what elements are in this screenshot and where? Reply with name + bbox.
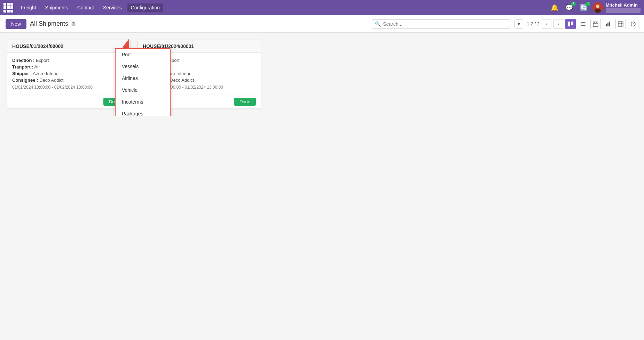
topbar: Freight Shipments Contact Services Confi… — [0, 0, 644, 15]
transport-value-1: Air — [34, 64, 40, 70]
nav-services[interactable]: Services — [100, 3, 125, 12]
svg-rect-8 — [593, 22, 598, 26]
consignee-row-1: Consignee : Deco Addict — [12, 78, 125, 83]
chat-icon[interactable]: 💬 6 — [563, 3, 575, 12]
main-content: HOUSE/01/2024/00002 Direction : Export T… — [0, 33, 644, 116]
card-header-1: HOUSE/01/2024/00002 — [7, 40, 130, 53]
view-activity-button[interactable] — [628, 19, 638, 29]
search-input[interactable] — [383, 21, 508, 27]
svg-rect-3 — [568, 22, 570, 26]
nav-shipments[interactable]: Shipments — [42, 3, 72, 12]
settings-gear-icon[interactable]: ⚙ — [71, 21, 76, 27]
consignee-label-1: Consignee : — [12, 78, 38, 83]
svg-rect-6 — [581, 24, 586, 24]
menu-item-packages[interactable]: Packages — [116, 108, 170, 116]
page-title: All Shipments — [30, 20, 68, 27]
card-footer-1: Done — [7, 95, 130, 108]
menu-item-vessels[interactable]: Vessels — [116, 60, 170, 72]
direction-value-1: Export — [36, 58, 49, 63]
svg-rect-13 — [607, 23, 608, 26]
configuration-dropdown: Port Vessels Airlines Vehicle Incoterms … — [115, 48, 171, 116]
card-id-1: HOUSE/01/2024/00002 — [12, 43, 63, 49]
consignee-value-2: Deco Addict — [170, 78, 194, 83]
svg-point-1 — [596, 5, 599, 8]
topbar-left: Freight Shipments Contact Services Confi… — [3, 3, 549, 13]
consignee-value-1: Deco Addict — [39, 78, 63, 83]
transport-row-1: Tranport : Air — [12, 64, 125, 70]
shipments-grid: HOUSE/01/2024/00002 Direction : Export T… — [7, 40, 637, 109]
view-controls: 1-2 / 2 ‹ › — [527, 19, 638, 29]
user-avatar[interactable] — [592, 2, 603, 13]
shipment-card-1: HOUSE/01/2024/00002 Direction : Export T… — [7, 40, 131, 109]
svg-rect-15 — [618, 22, 623, 26]
notification-icon[interactable]: 🔔 — [549, 3, 560, 12]
menu-item-incoterms[interactable]: Incoterms — [116, 96, 170, 108]
chat-badge: 6 — [571, 2, 576, 6]
svg-rect-7 — [581, 25, 586, 26]
svg-rect-5 — [581, 22, 586, 23]
svg-rect-12 — [606, 24, 607, 26]
shipper-label-1: Shipper : — [12, 71, 32, 76]
view-barchart-button[interactable] — [603, 19, 613, 29]
search-area: 🔍 — [372, 19, 511, 29]
username-input[interactable] — [606, 8, 641, 13]
card-body-1: Direction : Export Tranport : Air Shippe… — [7, 53, 130, 95]
user-info: Mitchell Admin — [606, 2, 641, 13]
shipper-value-1: Azure Interior — [33, 71, 60, 76]
refresh-icon[interactable]: 🔄 1 — [578, 3, 590, 12]
page-title-area: All Shipments ⚙ — [30, 20, 368, 27]
refresh-badge: 1 — [586, 2, 590, 6]
nav-freight[interactable]: Freight — [17, 3, 40, 12]
direction-label-1: Direction : — [12, 58, 34, 63]
username-label: Mitchell Admin — [606, 2, 641, 8]
new-button[interactable]: New — [6, 19, 26, 29]
done-button-2[interactable]: Done — [234, 98, 256, 106]
apps-icon[interactable] — [3, 3, 13, 13]
pagination-info: 1-2 / 2 — [527, 21, 540, 26]
view-calendar-button[interactable] — [590, 19, 601, 29]
svg-rect-4 — [571, 22, 573, 25]
view-kanban-button[interactable] — [565, 19, 576, 29]
search-icon: 🔍 — [375, 21, 381, 27]
card-date-1: 01/01/2024 13:00:00 - 01/02/2024 13:00:0… — [12, 85, 125, 90]
shipper-row-1: Shipper : Azure Interior — [12, 71, 125, 76]
view-list-button[interactable] — [578, 19, 588, 29]
menu-item-airlines[interactable]: Airlines — [116, 72, 170, 84]
next-page-button[interactable]: › — [553, 19, 563, 29]
nav-contact[interactable]: Contact — [74, 3, 97, 12]
subheader: New All Shipments ⚙ 🔍 ▾ 1-2 / 2 ‹ › — [0, 15, 644, 33]
prev-page-button[interactable]: ‹ — [542, 19, 551, 29]
menu-item-port[interactable]: Port — [116, 49, 170, 60]
menu-item-vehicle[interactable]: Vehicle — [116, 84, 170, 96]
svg-point-2 — [595, 9, 601, 13]
view-spreadsheet-button[interactable] — [615, 19, 626, 29]
nav-configuration[interactable]: Configuration — [127, 3, 163, 12]
direction-row-1: Direction : Export — [12, 58, 125, 63]
topbar-right: 🔔 💬 6 🔄 1 Mitchell Admin — [549, 2, 641, 13]
search-dropdown-button[interactable]: ▾ — [515, 19, 523, 29]
svg-rect-14 — [609, 22, 610, 26]
transport-label-1: Tranport : — [12, 64, 33, 70]
